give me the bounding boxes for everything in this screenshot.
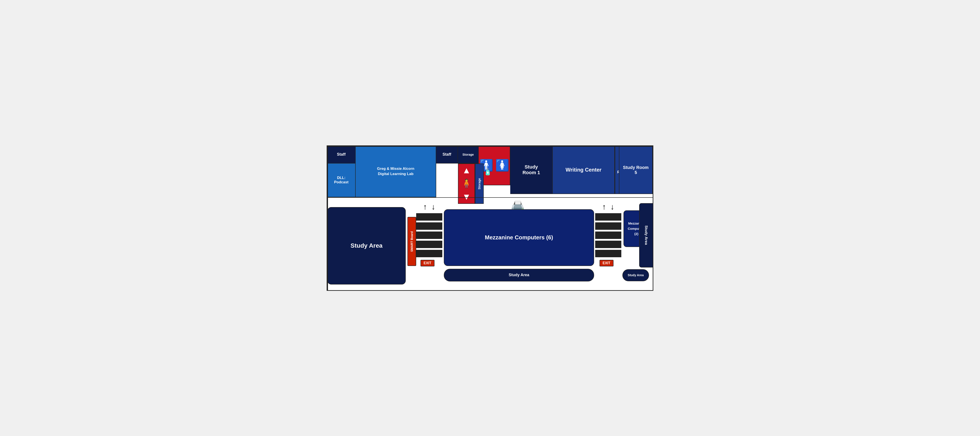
exit-right-label: EXIT — [603, 261, 611, 265]
stair-line — [595, 222, 621, 230]
stairs-left-arrows: ↑ ↓ — [416, 202, 442, 211]
writing-center-label: Writing Center — [566, 167, 601, 173]
stair-line — [416, 213, 442, 220]
study-area-side-label: Study Area — [644, 225, 648, 245]
stair-line — [416, 241, 442, 248]
smart-board: SMART Board — [407, 217, 416, 266]
study-area-left-label: Study Area — [351, 242, 383, 249]
stair-up-arrow-right-icon: ↑ — [602, 202, 606, 211]
stair-line — [595, 250, 621, 257]
elevator-down-arrow-icon: ▼ — [462, 192, 471, 202]
room-study-area-left: Study Area — [327, 207, 406, 284]
room-writing-center: Writing Center — [553, 146, 615, 194]
study-area-bottom-right-label: Study Area — [628, 273, 644, 277]
storage-mid-label: Storage — [462, 153, 474, 156]
stair-up-arrow-left-icon: ↑ — [423, 202, 427, 211]
elevator-person-icon: 🧍 — [461, 178, 472, 188]
room-storage-vertical: Storage — [475, 163, 484, 204]
exit-left-label: EXIT — [423, 261, 431, 265]
room-study-area-bottom-right: Study Area — [622, 269, 649, 281]
room-mezzanine-computers: Mezzanine Computers (6) — [444, 209, 594, 266]
stairs-left: ↑ ↓ EXIT — [416, 202, 442, 285]
smart-board-label: SMART Board — [410, 231, 414, 252]
stairs-right-arrows: ↑ ↓ — [595, 202, 621, 211]
floor-map: Staff Storage 🧯 DLL: Podcast Greg & Miss… — [327, 145, 653, 291]
dll-main-label-1: Greg & Missie Alcorn — [377, 166, 414, 171]
dll-main-label-2: Digital Learning Lab — [378, 171, 413, 177]
stair-down-arrow-left-icon: ↓ — [431, 202, 435, 211]
study-room-5-label: Study Room 5 — [623, 165, 649, 175]
study-area-bottom-center-label: Study Area — [509, 273, 529, 277]
study-room-1-label: Study Room 1 — [522, 164, 540, 176]
stair-line — [416, 232, 442, 239]
elevator-box: ▲ 🧍 ▼ — [458, 163, 475, 204]
room-dll-main: Greg & Missie Alcorn Digital Learning La… — [356, 146, 436, 197]
staff-top-label: Staff — [337, 152, 345, 157]
room-staff-top: Staff — [327, 146, 356, 163]
stair-down-arrow-right-icon: ↓ — [611, 202, 614, 211]
divider-top-bottom — [327, 197, 653, 198]
room-study-area-right-side: Study Area — [639, 203, 653, 267]
stair-line — [595, 232, 621, 239]
restroom-female-icon: 🚺 — [495, 159, 509, 172]
stair-line — [416, 250, 442, 257]
storage-vertical-label: Storage — [477, 178, 481, 189]
room-study-room-1: Study Room 1 — [510, 146, 553, 194]
stair-line — [595, 241, 621, 248]
staff-mid-label: Staff — [442, 152, 451, 157]
dll-podcast-label: DLL: Podcast — [334, 176, 348, 184]
stair-line — [416, 222, 442, 230]
room-storage-mid: Storage — [458, 146, 479, 163]
stairs-right: ↑ ↓ EXIT — [595, 202, 621, 285]
water-bottle-icon: 🧴 — [484, 168, 492, 176]
mezz-computers-label: Mezzanine Computers (6) — [485, 234, 553, 241]
room-study-room-5: Study Room 5 — [619, 146, 653, 194]
exit-badge-left: EXIT — [420, 260, 434, 267]
room-dll-podcast: DLL: Podcast — [327, 163, 356, 197]
exit-badge-right: EXIT — [600, 260, 614, 267]
room-staff-mid: Staff — [436, 146, 458, 163]
elevator-up-arrow-icon: ▲ — [462, 166, 471, 175]
stair-line — [595, 213, 621, 220]
room-study-area-bottom-center: Study Area — [444, 269, 594, 281]
mezz-small-label-3: (2) — [635, 231, 638, 236]
